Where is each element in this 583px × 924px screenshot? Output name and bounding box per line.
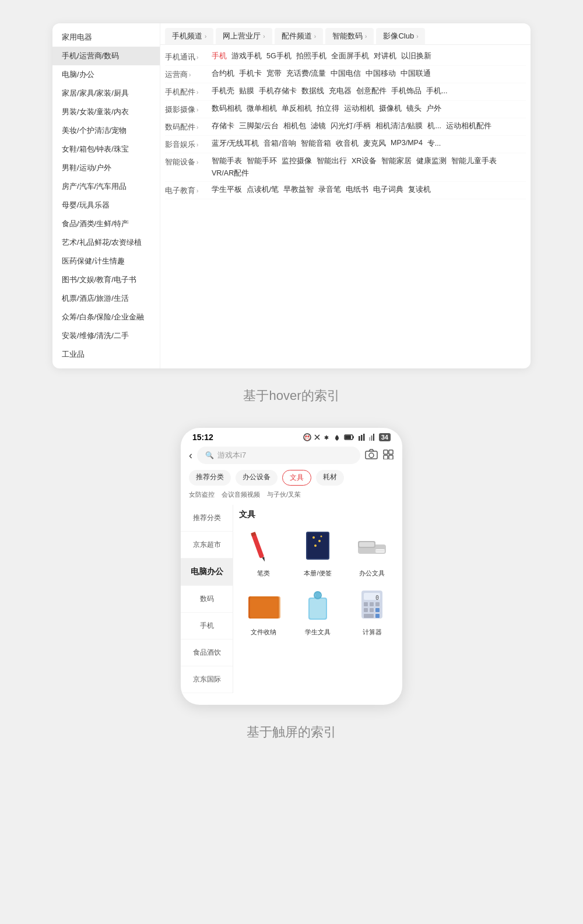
product-item[interactable]: 学生文具 — [293, 584, 342, 637]
row-item[interactable]: 智能家居 — [381, 156, 412, 166]
row-item[interactable]: 数码相机 — [212, 104, 242, 114]
row-item[interactable]: 全面屏手机 — [331, 51, 369, 61]
phone-nav-item[interactable]: 食品酒饮 — [181, 640, 233, 666]
row-item[interactable]: 合约机 — [212, 69, 234, 79]
sidebar-item[interactable]: 家用电器 — [52, 28, 160, 47]
sidebar-item[interactable]: 美妆/个护清洁/宠物 — [52, 121, 160, 140]
phone-nav-item[interactable]: 手机 — [181, 613, 233, 640]
sidebar-item[interactable]: 房产/汽车/汽车用品 — [52, 177, 160, 196]
sidebar-item[interactable]: 艺术/礼品鲜花/农资绿植 — [52, 233, 160, 252]
row-item[interactable]: 创意配件 — [356, 86, 387, 96]
sidebar-item[interactable]: 女鞋/箱包/钟表/珠宝 — [52, 140, 160, 159]
back-button[interactable]: ‹ — [189, 449, 192, 462]
row-item[interactable]: 学生平板 — [212, 185, 242, 195]
row-item[interactable]: 贴膜 — [239, 86, 254, 96]
row-item[interactable]: 充话费/流量 — [286, 69, 326, 79]
row-item[interactable]: 音箱/音响 — [264, 139, 296, 149]
row-item[interactable]: 滤镜 — [311, 121, 326, 131]
row-item[interactable]: 电子词典 — [373, 185, 403, 195]
row-item[interactable]: VR/AR配件 — [212, 168, 249, 178]
sub-chip[interactable]: 女防盗控 — [189, 490, 215, 499]
product-item[interactable]: 本册/便签 — [293, 525, 342, 578]
phone-nav-item[interactable]: 京东超市 — [181, 532, 233, 558]
product-item[interactable]: 笔类 — [239, 525, 287, 578]
row-item[interactable]: 录音笔 — [318, 185, 341, 195]
row-item[interactable]: 蓝牙/无线耳机 — [212, 139, 259, 149]
row-item[interactable]: 手机卡 — [239, 69, 262, 79]
row-item[interactable]: 专... — [427, 139, 441, 149]
sidebar-item[interactable]: 手机/运营商/数码 — [52, 47, 160, 65]
category-chip[interactable]: 文具 — [282, 470, 311, 486]
row-item[interactable]: 存储卡 — [212, 121, 234, 131]
row-item[interactable]: 早教益智 — [283, 185, 314, 195]
sidebar-item[interactable]: 机票/酒店/旅游/生活 — [52, 289, 160, 308]
phone-nav-item[interactable]: 数码 — [181, 586, 233, 613]
row-item[interactable]: 镜头 — [406, 104, 422, 114]
row-item[interactable]: 收音机 — [336, 139, 359, 149]
top-tab[interactable]: 手机频道 › — [165, 28, 213, 44]
search-input[interactable]: 🔍 游戏本i7 — [197, 447, 360, 464]
row-item[interactable]: 中国电信 — [331, 69, 361, 79]
sidebar-item[interactable]: 工业品 — [52, 345, 160, 364]
row-item[interactable]: 智能儿童手表 — [451, 156, 497, 166]
row-item[interactable]: MP3/MP4 — [391, 139, 423, 149]
phone-nav-item[interactable]: 京东国际 — [181, 666, 233, 693]
row-item[interactable]: 微单相机 — [247, 104, 277, 114]
top-tab[interactable]: 网上营业厅 › — [216, 28, 272, 44]
product-item[interactable]: 办公文具 — [348, 525, 396, 578]
row-item[interactable]: 中国联通 — [401, 69, 431, 79]
row-item[interactable]: 三脚架/云台 — [239, 121, 279, 131]
row-item[interactable]: 户外 — [426, 104, 441, 114]
row-item[interactable]: 麦克风 — [363, 139, 386, 149]
row-item[interactable]: 健康监测 — [416, 156, 447, 166]
row-item[interactable]: 监控摄像 — [282, 156, 312, 166]
row-item[interactable]: 电纸书 — [346, 185, 368, 195]
row-item[interactable]: 点读机/笔 — [247, 185, 279, 195]
category-chip[interactable]: 推荐分类 — [189, 470, 231, 486]
sidebar-item[interactable]: 母婴/玩具乐器 — [52, 196, 160, 215]
sidebar-item[interactable]: 男装/女装/童装/内衣 — [52, 103, 160, 121]
row-item[interactable]: 相机包 — [283, 121, 306, 131]
sidebar-item[interactable]: 图书/文娱/教育/电子书 — [52, 270, 160, 289]
top-tab[interactable]: 配件频道 › — [275, 28, 323, 44]
row-item[interactable]: 手机壳 — [212, 86, 234, 96]
phone-nav-item[interactable]: 推荐分类 — [181, 505, 233, 532]
row-item[interactable]: 智能手环 — [247, 156, 277, 166]
menu-icon[interactable] — [382, 449, 394, 462]
sidebar-item[interactable]: 安装/维修/清洗/二手 — [52, 326, 160, 345]
sub-chip[interactable]: 与子伙/叉茱 — [267, 490, 301, 499]
sidebar-item[interactable]: 家居/家具/家装/厨具 — [52, 84, 160, 103]
row-item[interactable]: 单反相机 — [282, 104, 312, 114]
row-item[interactable]: 闪光灯/手柄 — [331, 121, 370, 131]
row-item[interactable]: 拍立得 — [317, 104, 339, 114]
row-item[interactable]: 数据线 — [301, 86, 324, 96]
category-chip[interactable]: 耗材 — [316, 470, 344, 486]
row-item[interactable]: 宽带 — [266, 69, 282, 79]
row-item[interactable]: 拍照手机 — [296, 51, 326, 61]
row-item[interactable]: 对讲机 — [374, 51, 396, 61]
sidebar-item[interactable]: 食品/酒类/生鲜/特产 — [52, 215, 160, 233]
product-item[interactable]: 文件收纳 — [239, 584, 287, 637]
camera-icon[interactable] — [365, 449, 378, 462]
row-item[interactable]: 手机... — [426, 86, 447, 96]
row-item[interactable]: XR设备 — [352, 156, 377, 166]
row-item[interactable]: 充电器 — [329, 86, 352, 96]
row-item[interactable]: 游戏手机 — [231, 51, 262, 61]
sidebar-item[interactable]: 男鞋/运动/户外 — [52, 159, 160, 177]
row-item[interactable]: 智能出行 — [317, 156, 347, 166]
sidebar-item[interactable]: 众筹/白条/保险/企业金融 — [52, 308, 160, 326]
sidebar-item[interactable]: 医药保健/计生情趣 — [52, 252, 160, 270]
top-tab[interactable]: 影像Club › — [376, 28, 425, 44]
row-item[interactable]: 智能音箱 — [301, 139, 331, 149]
row-item[interactable]: 复读机 — [408, 185, 431, 195]
row-item[interactable]: 5G手机 — [266, 51, 292, 61]
sidebar-item[interactable]: 电脑/办公 — [52, 65, 160, 84]
row-item[interactable]: 手机饰品 — [391, 86, 422, 96]
top-tab[interactable]: 智能数码 › — [325, 28, 374, 44]
phone-nav-item[interactable]: 电脑办公 — [181, 558, 233, 586]
row-item[interactable]: 相机清洁/贴膜 — [375, 121, 423, 131]
row-item[interactable]: 手机 — [212, 51, 227, 61]
row-item[interactable]: 智能手表 — [212, 156, 242, 166]
row-item[interactable]: 中国移动 — [366, 69, 396, 79]
category-chip[interactable]: 办公设备 — [236, 470, 278, 486]
